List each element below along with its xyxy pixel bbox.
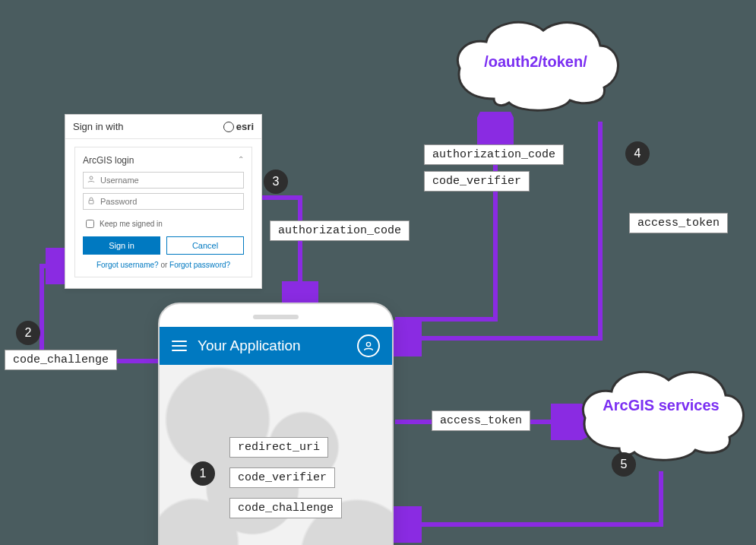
label-authorization-code-mid: authorization_code: [270, 220, 410, 241]
user-icon: [87, 175, 96, 184]
login-dialog: Sign in with esri ArcGIS login ⌃ Keep me…: [65, 114, 262, 289]
app-bar: Your Application: [160, 327, 392, 365]
label-access-token-mid: access_token: [432, 410, 530, 431]
lock-icon: [87, 196, 96, 205]
step-3-badge: 3: [264, 170, 288, 194]
label-code-verifier-top: code_verifier: [424, 171, 530, 192]
username-input[interactable]: [83, 172, 244, 189]
app-title: Your Application: [198, 337, 301, 354]
arcgis-login-title: ArcGIS login: [83, 155, 134, 166]
label-redirect-uri: redirect_uri: [229, 437, 328, 458]
globe-icon: [223, 122, 234, 132]
step-4-badge: 4: [625, 141, 650, 166]
svg-point-0: [90, 176, 93, 179]
cloud-services-label: ArcGIS services: [574, 397, 748, 414]
label-access-token-right: access_token: [629, 213, 728, 233]
svg-rect-1: [89, 201, 93, 204]
profile-icon[interactable]: [357, 334, 380, 357]
chevron-up-icon: ⌃: [238, 155, 244, 166]
cloud-token-endpoint: /oauth2/token/: [448, 15, 623, 122]
signin-with-label: Sign in with: [73, 121, 123, 132]
label-code-challenge-phone: code_challenge: [229, 498, 342, 518]
password-input[interactable]: [83, 193, 244, 210]
cloud-services: ArcGIS services: [574, 365, 748, 471]
svg-point-2: [366, 342, 370, 346]
phone-speaker: [253, 315, 299, 319]
signin-button[interactable]: Sign in: [83, 236, 160, 255]
esri-logo: esri: [223, 121, 254, 132]
cloud-token-label: /oauth2/token/: [448, 53, 623, 71]
forgot-password-link[interactable]: Forgot password?: [169, 261, 230, 269]
label-authorization-code-top: authorization_code: [424, 144, 564, 165]
keep-signed-checkbox[interactable]: Keep me signed in: [83, 217, 244, 230]
forgot-username-link[interactable]: Forgot username?: [96, 261, 159, 269]
label-code-verifier-phone: code_verifier: [229, 467, 335, 488]
hamburger-icon[interactable]: [172, 341, 187, 351]
step-5-badge: 5: [612, 452, 636, 477]
label-code-challenge-left: code_challenge: [5, 350, 117, 370]
step-2-badge: 2: [16, 321, 40, 345]
cancel-button[interactable]: Cancel: [166, 236, 244, 255]
step-1-badge: 1: [191, 461, 215, 486]
